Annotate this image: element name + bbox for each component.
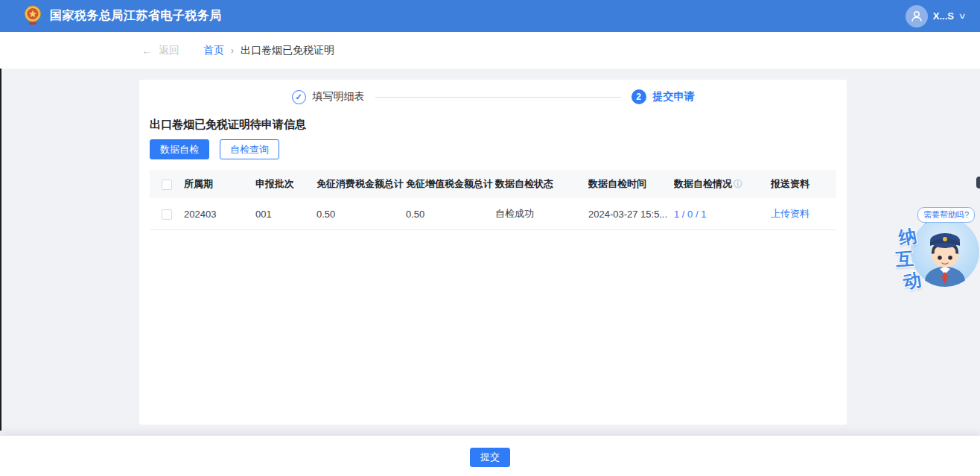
col-upload: 报送资料 bbox=[771, 170, 836, 198]
table-header-row: 所属期 申报批次 免征消费税金额总计 免征增值税金额总计 数据自检状态 数据自检… bbox=[150, 170, 836, 198]
submit-button[interactable]: 提交 bbox=[470, 448, 510, 467]
col-consumption-tax: 免征消费税金额总计 bbox=[316, 170, 406, 198]
col-period: 所属期 bbox=[184, 170, 255, 198]
col-batch: 申报批次 bbox=[255, 170, 316, 198]
select-all-checkbox[interactable] bbox=[162, 180, 172, 190]
pending-application-table: 所属期 申报批次 免征消费税金额总计 免征增值税金额总计 数据自检状态 数据自检… bbox=[150, 170, 836, 230]
cell-batch: 001 bbox=[255, 198, 316, 230]
col-check-time: 数据自检时间 bbox=[588, 170, 674, 198]
upload-material-link[interactable]: 上传资料 bbox=[771, 208, 809, 219]
col-check-result: 数据自检情况ⓘ bbox=[674, 170, 771, 198]
step2-label: 提交申请 bbox=[653, 90, 695, 104]
app-header: 国家税务总局江苏省电子税务局 X...S ∨ bbox=[0, 0, 980, 32]
action-buttons: 数据自检 自检查询 bbox=[150, 139, 279, 159]
info-icon[interactable]: ⓘ bbox=[734, 179, 742, 189]
step1-label: 填写明细表 bbox=[313, 90, 365, 104]
window-edge bbox=[0, 69, 1, 431]
step-connector-line bbox=[375, 97, 621, 98]
cell-check-time: 2024-03-27 15:5... bbox=[588, 198, 674, 230]
cell-vat: 0.50 bbox=[406, 198, 495, 230]
user-menu[interactable]: X...S ∨ bbox=[906, 5, 965, 28]
footer-bar: 提交 bbox=[0, 436, 980, 476]
table-row: 202403 001 0.50 0.50 自检成功 2024-03-27 15:… bbox=[150, 198, 836, 230]
page-title: 出口卷烟已免税证明待申请信息 bbox=[150, 118, 306, 132]
app-title: 国家税务总局江苏省电子税务局 bbox=[50, 8, 222, 24]
tax-bureau-emblem-icon bbox=[22, 4, 43, 28]
step-indicator: ✓ 填写明细表 2 提交申请 bbox=[139, 89, 847, 104]
back-label: 返回 bbox=[159, 44, 179, 57]
col-vat: 免征增值税金额总计 bbox=[406, 170, 495, 198]
check-result-link[interactable]: 1 / 0 / 1 bbox=[674, 209, 706, 220]
step2-number-badge: 2 bbox=[631, 89, 646, 104]
assistant-vertical-char: 互 bbox=[895, 247, 914, 272]
self-check-query-button[interactable]: 自检查询 bbox=[220, 139, 279, 159]
main-card: ✓ 填写明细表 2 提交申请 出口卷烟已免税证明待申请信息 数据自检 自检查询 … bbox=[139, 80, 847, 425]
back-arrow-icon: ← bbox=[141, 44, 153, 57]
assistant-vertical-char: 动 bbox=[902, 267, 923, 293]
data-self-check-button[interactable]: 数据自检 bbox=[150, 139, 209, 159]
breadcrumb-separator: › bbox=[231, 45, 234, 56]
row-checkbox[interactable] bbox=[162, 209, 172, 220]
cell-check-status: 自检成功 bbox=[495, 198, 588, 230]
col-check-status: 数据自检状态 bbox=[495, 170, 588, 198]
back-button[interactable]: ← 返回 bbox=[141, 44, 179, 57]
breadcrumb-home[interactable]: 首页 bbox=[203, 44, 224, 57]
breadcrumb: ← 返回 首页 › 出口卷烟已免税证明 bbox=[0, 32, 980, 69]
help-bubble: 需要帮助吗? bbox=[917, 207, 975, 223]
breadcrumb-current: 出口卷烟已免税证明 bbox=[241, 44, 334, 57]
brand: 国家税务总局江苏省电子税务局 bbox=[22, 4, 222, 28]
side-panel-handle[interactable] bbox=[976, 177, 980, 188]
cell-period: 202403 bbox=[184, 198, 255, 230]
cell-consumption-tax: 0.50 bbox=[316, 198, 406, 230]
user-avatar[interactable] bbox=[906, 5, 928, 28]
help-assistant-widget[interactable]: 征 需要帮助吗? 纳 互 动 bbox=[891, 207, 980, 298]
user-icon bbox=[910, 10, 923, 23]
username[interactable]: X...S bbox=[933, 10, 954, 22]
chevron-down-icon[interactable]: ∨ bbox=[958, 12, 966, 20]
assistant-vertical-char: 纳 bbox=[897, 223, 918, 250]
step1-check-icon: ✓ bbox=[292, 90, 306, 104]
